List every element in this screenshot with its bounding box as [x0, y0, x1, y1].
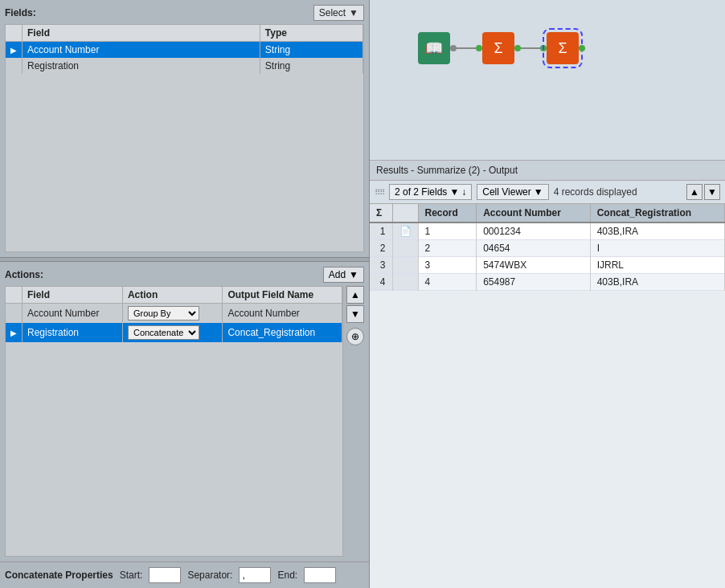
right-panel: 📖 Σ Σ Results - Summarize (2) - Output ⠿…: [370, 0, 725, 588]
fields-count-label: 2 of 2 Fields: [395, 186, 447, 198]
fields-count-button[interactable]: 2 of 2 Fields ▼ ↓: [389, 184, 472, 200]
start-input[interactable]: [149, 567, 181, 583]
row-icon-cell: [392, 257, 418, 274]
output-field-cell: Account Number: [223, 304, 342, 324]
records-displayed-label: 4 records displayed: [554, 186, 637, 198]
record-number-cell: 3: [418, 257, 477, 274]
action-select[interactable]: Group ByConcatenateSumCountMinMaxAvgFirs…: [128, 306, 199, 321]
down-arrow-icon: ▼: [350, 308, 360, 320]
fields-table-row[interactable]: ▶ Account Number String: [6, 42, 363, 59]
nav-down-button[interactable]: ▼: [704, 184, 720, 200]
separator-input[interactable]: [239, 567, 271, 583]
fields-header: Fields: Select ▼: [5, 5, 364, 21]
data-table-container: Σ Record Account Number Concat_Registrat…: [370, 204, 725, 588]
cell-viewer-chevron-icon: ▼: [534, 186, 543, 198]
actions-section: Actions: Add ▼ Field Action Output Field…: [0, 262, 369, 561]
actions-table-body: Account Number Group ByConcatenateSumCou…: [6, 304, 342, 343]
fields-section: Fields: Select ▼ Field Type ▶ Account Nu…: [0, 0, 369, 257]
action-select[interactable]: Group ByConcatenateSumCountMinMaxAvgFirs…: [128, 325, 199, 340]
connector-dot-3: [514, 45, 521, 51]
left-panel: Fields: Select ▼ Field Type ▶ Account Nu…: [0, 0, 370, 588]
results-toolbar: ⠿⠿ 2 of 2 Fields ▼ ↓ Cell Viewer ▼ 4 rec…: [370, 181, 725, 204]
node-book[interactable]: 📖: [418, 32, 450, 64]
connector-line-1: [457, 47, 476, 49]
field-name-cell: Account Number: [23, 42, 260, 59]
canvas-area: 📖 Σ Σ: [370, 0, 725, 161]
concat-registration-cell: IJRRL: [590, 257, 724, 274]
move-down-button[interactable]: ▼: [346, 305, 364, 323]
node-sigma-2[interactable]: Σ: [547, 32, 579, 64]
connector-dot-2: [476, 45, 482, 51]
concat-registration-cell: 403B,IRA: [590, 274, 724, 291]
actions-col-action: Action: [122, 287, 222, 304]
nav-buttons: ▲ ▼: [686, 184, 720, 200]
actions-table-row[interactable]: Account Number Group ByConcatenateSumCou…: [6, 304, 342, 324]
end-input[interactable]: [304, 567, 336, 583]
workflow: 📖 Σ Σ: [418, 32, 585, 64]
chevron-down-icon: ▼: [349, 7, 358, 18]
nav-up-icon: ▲: [690, 186, 699, 198]
row-number-cell: 1: [370, 223, 392, 240]
move-up-button[interactable]: ▲: [346, 286, 364, 304]
actions-header: Actions: Add ▼: [5, 267, 364, 283]
row-number-cell: 3: [370, 257, 392, 274]
fields-table-header-row: Field Type: [6, 25, 363, 42]
node-sigma-1[interactable]: Σ: [482, 32, 514, 64]
fields-download-icon: ↓: [461, 186, 466, 198]
action-field-cell: Registration: [23, 323, 123, 342]
record-number-cell: 1: [418, 223, 477, 240]
fields-label: Fields:: [5, 7, 36, 18]
add-button[interactable]: Add ▼: [323, 267, 364, 283]
sigma-1-icon: Σ: [494, 40, 502, 57]
row-number-cell: 2: [370, 240, 392, 257]
col-header-account-number: Account Number: [477, 204, 591, 223]
row-icon-cell: [392, 274, 418, 291]
concat-properties: Concatenate Properties Start: Separator:…: [0, 561, 369, 588]
actions-label: Actions:: [5, 269, 43, 280]
account-number-cell: 0001234: [477, 223, 591, 240]
start-label: Start:: [120, 570, 143, 581]
options-button[interactable]: ⊕: [346, 328, 364, 345]
book-icon: 📖: [425, 39, 443, 57]
actions-table-container: Field Action Output Field Name Account N…: [5, 286, 343, 557]
field-type-cell: String: [260, 42, 362, 59]
data-table-header-row: Σ Record Account Number Concat_Registrat…: [370, 204, 725, 223]
cell-viewer-button[interactable]: Cell Viewer ▼: [477, 184, 548, 200]
concat-registration-cell: I: [590, 240, 724, 257]
col-header-icon: [392, 204, 418, 223]
row-number-cell: 4: [370, 274, 392, 291]
row-indicator: ▶: [6, 323, 23, 342]
record-number-cell: 4: [418, 274, 477, 291]
output-field-cell: Concat_Registration: [223, 323, 342, 342]
select-button[interactable]: Select ▼: [313, 5, 364, 21]
actions-col-output: Output Field Name: [223, 287, 342, 304]
nav-up-button[interactable]: ▲: [686, 184, 702, 200]
data-table-body: 1 📄 1 0001234 403B,IRA 2 2 04654 I 3 3 5…: [370, 223, 725, 291]
connector-dot-4: [540, 45, 547, 51]
move-buttons: ▲ ▼ ⊕: [346, 286, 364, 557]
field-name-cell: Registration: [23, 58, 260, 74]
connector-dot-5: [579, 45, 585, 51]
results-header: Results - Summarize (2) - Output: [370, 161, 725, 181]
col-header-sigma: Σ: [370, 204, 392, 223]
concat-registration-cell: 403B,IRA: [590, 223, 724, 240]
row-indicator: ▶: [6, 42, 23, 59]
fields-table-row[interactable]: Registration String: [6, 58, 363, 74]
actions-table-wrapper: Field Action Output Field Name Account N…: [5, 286, 364, 557]
row-indicator: [6, 58, 23, 74]
account-number-cell: 04654: [477, 240, 591, 257]
concat-props-label: Concatenate Properties: [5, 570, 113, 581]
end-label: End:: [277, 570, 297, 581]
fields-col-type: Type: [260, 25, 362, 42]
fields-table-container: Field Type ▶ Account Number String Regis…: [5, 24, 364, 252]
action-type-cell: Group ByConcatenateSumCountMinMaxAvgFirs…: [122, 304, 222, 324]
fields-table: Field Type ▶ Account Number String Regis…: [6, 25, 363, 74]
data-table: Σ Record Account Number Concat_Registrat…: [370, 204, 725, 291]
account-number-cell: 5474WBX: [477, 257, 591, 274]
actions-table-row[interactable]: ▶ Registration Group ByConcatenateSumCou…: [6, 323, 342, 342]
circle-icon: ⊕: [351, 331, 359, 342]
row-icon-cell: [392, 240, 418, 257]
grip-icon: ⠿⠿: [375, 188, 384, 197]
col-header-record: Record: [418, 204, 477, 223]
select-btn-text: Select: [319, 7, 346, 18]
